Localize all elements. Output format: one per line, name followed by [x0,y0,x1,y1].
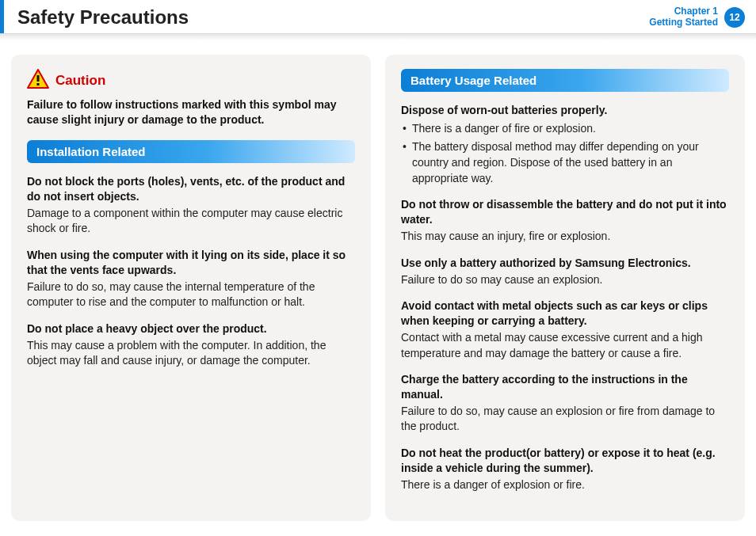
right-column: Battery Usage Related Dispose of worn-ou… [385,55,745,521]
caution-title: Caution [55,73,105,89]
precaution-heading: Do not place a heavy object over the pro… [27,321,355,336]
precaution-heading: When using the computer with it lying on… [27,248,355,278]
precaution-bullets: There is a danger of fire or explosion. … [401,121,729,186]
precaution-body: Failure to do so, may cause an explosion… [401,404,729,435]
section-heading-installation: Installation Related [27,140,355,163]
section-heading-battery: Battery Usage Related [401,69,729,92]
precaution-item: Do not throw or disassemble the battery … [401,197,729,244]
precaution-heading: Do not throw or disassemble the battery … [401,197,729,227]
bullet-item: There is a danger of fire or explosion. [401,121,729,137]
chapter-line-1: Chapter 1 [649,6,718,17]
precaution-heading: Use only a battery authorized by Samsung… [401,256,729,271]
caution-description: Failure to follow instructions marked wi… [27,97,355,127]
chapter-line-2: Getting Started [649,17,718,29]
precaution-heading: Charge the battery according to the inst… [401,372,729,402]
precaution-heading: Dispose of worn-out batteries properly. [401,103,729,118]
warning-icon [27,69,49,93]
caution-row: Caution [27,69,355,93]
precaution-item: Charge the battery according to the inst… [401,372,729,435]
left-column: Caution Failure to follow instructions m… [11,55,371,521]
chapter-label: Chapter 1 Getting Started [649,6,718,29]
precaution-item: Do not heat the product(or battery) or e… [401,446,729,492]
page-title: Safety Precautions [11,6,189,29]
precaution-body: There is a danger of explosion or fire. [401,477,729,493]
precaution-item: Dispose of worn-out batteries properly. … [401,103,729,186]
header-right: Chapter 1 Getting Started 12 [649,6,745,29]
svg-rect-2 [37,83,40,86]
precaution-heading: Do not heat the product(or battery) or e… [401,446,729,476]
precaution-heading: Avoid contact with metal objects such as… [401,298,729,329]
precaution-body: Failure to do so may cause an explosion. [401,272,729,288]
precaution-body: This may cause an injury, fire or explos… [401,229,729,245]
precaution-body: Failure to do so, may cause the internal… [27,279,355,310]
page-number-badge: 12 [724,7,745,28]
precaution-item: Avoid contact with metal objects such as… [401,298,729,361]
precaution-item: Do not place a heavy object over the pro… [27,321,355,369]
precaution-item: Use only a battery authorized by Samsung… [401,256,729,287]
page-header: Safety Precautions Chapter 1 Getting Sta… [0,0,756,34]
precaution-item: When using the computer with it lying on… [27,248,355,310]
content-columns: Caution Failure to follow instructions m… [0,40,756,535]
bullet-item: The battery disposal method may differ d… [401,139,729,186]
precaution-item: Do not block the ports (holes), vents, e… [27,174,355,237]
precaution-body: Contact with a metal may cause excessive… [401,330,729,361]
precaution-body: Damage to a component within the compute… [27,206,355,237]
precaution-heading: Do not block the ports (holes), vents, e… [27,174,355,204]
svg-rect-1 [37,75,40,82]
header-shadow [0,34,756,40]
precaution-body: This may cause a problem with the comput… [27,338,355,369]
